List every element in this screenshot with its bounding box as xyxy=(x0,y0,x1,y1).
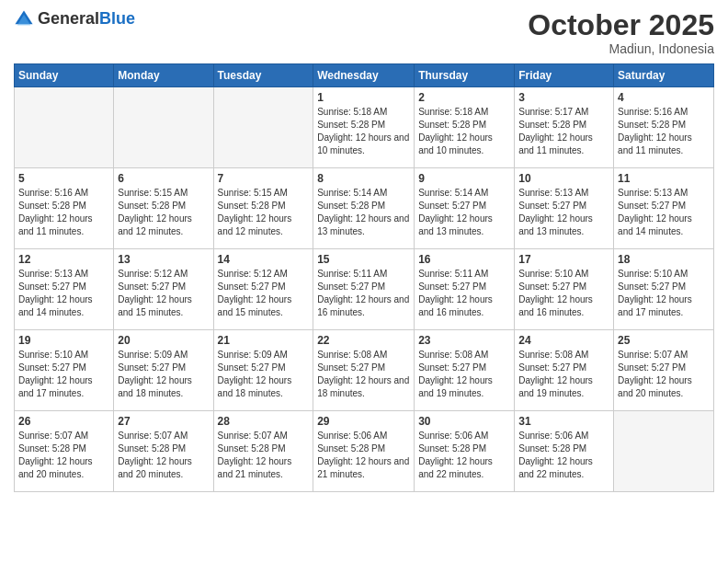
day-info: Sunrise: 5:11 AM Sunset: 5:27 PM Dayligh… xyxy=(317,268,410,319)
calendar-cell: 29Sunrise: 5:06 AM Sunset: 5:28 PM Dayli… xyxy=(313,411,415,492)
calendar-cell: 21Sunrise: 5:09 AM Sunset: 5:27 PM Dayli… xyxy=(213,330,313,411)
day-number: 13 xyxy=(118,253,209,266)
weekday-friday: Friday xyxy=(515,64,614,87)
calendar-cell: 10Sunrise: 5:13 AM Sunset: 5:27 PM Dayli… xyxy=(515,168,614,249)
weekday-sunday: Sunday xyxy=(15,64,114,87)
calendar-cell: 3Sunrise: 5:17 AM Sunset: 5:28 PM Daylig… xyxy=(515,87,614,168)
calendar-cell: 19Sunrise: 5:10 AM Sunset: 5:27 PM Dayli… xyxy=(15,330,114,411)
day-info: Sunrise: 5:09 AM Sunset: 5:27 PM Dayligh… xyxy=(118,349,209,400)
calendar-cell: 31Sunrise: 5:06 AM Sunset: 5:28 PM Dayli… xyxy=(515,411,614,492)
day-number: 4 xyxy=(618,91,710,104)
day-info: Sunrise: 5:06 AM Sunset: 5:28 PM Dayligh… xyxy=(317,430,410,481)
day-number: 15 xyxy=(317,253,410,266)
calendar-cell: 27Sunrise: 5:07 AM Sunset: 5:28 PM Dayli… xyxy=(114,411,213,492)
calendar-cell: 12Sunrise: 5:13 AM Sunset: 5:27 PM Dayli… xyxy=(15,249,114,330)
logo: GeneralBlue xyxy=(14,9,135,29)
day-info: Sunrise: 5:07 AM Sunset: 5:27 PM Dayligh… xyxy=(618,349,710,400)
day-info: Sunrise: 5:18 AM Sunset: 5:28 PM Dayligh… xyxy=(418,106,510,157)
week-row-4: 19Sunrise: 5:10 AM Sunset: 5:27 PM Dayli… xyxy=(15,330,714,411)
calendar-cell: 6Sunrise: 5:15 AM Sunset: 5:28 PM Daylig… xyxy=(114,168,213,249)
title-block: October 2025 Madiun, Indonesia xyxy=(528,9,714,56)
calendar-cell: 2Sunrise: 5:18 AM Sunset: 5:28 PM Daylig… xyxy=(415,87,515,168)
day-number: 18 xyxy=(618,253,710,266)
calendar-cell: 15Sunrise: 5:11 AM Sunset: 5:27 PM Dayli… xyxy=(313,249,415,330)
calendar-cell: 1Sunrise: 5:18 AM Sunset: 5:28 PM Daylig… xyxy=(313,87,415,168)
week-row-5: 26Sunrise: 5:07 AM Sunset: 5:28 PM Dayli… xyxy=(15,411,714,492)
day-info: Sunrise: 5:07 AM Sunset: 5:28 PM Dayligh… xyxy=(18,430,109,481)
day-number: 29 xyxy=(317,415,410,428)
calendar-cell: 18Sunrise: 5:10 AM Sunset: 5:27 PM Dayli… xyxy=(614,249,714,330)
day-info: Sunrise: 5:12 AM Sunset: 5:27 PM Dayligh… xyxy=(118,268,209,319)
day-info: Sunrise: 5:07 AM Sunset: 5:28 PM Dayligh… xyxy=(218,430,310,481)
day-number: 9 xyxy=(418,172,510,185)
calendar-cell: 8Sunrise: 5:14 AM Sunset: 5:28 PM Daylig… xyxy=(313,168,415,249)
week-row-3: 12Sunrise: 5:13 AM Sunset: 5:27 PM Dayli… xyxy=(15,249,714,330)
calendar-cell: 22Sunrise: 5:08 AM Sunset: 5:27 PM Dayli… xyxy=(313,330,415,411)
day-info: Sunrise: 5:13 AM Sunset: 5:27 PM Dayligh… xyxy=(18,268,109,319)
day-number: 23 xyxy=(418,334,510,347)
day-number: 11 xyxy=(618,172,710,185)
day-info: Sunrise: 5:09 AM Sunset: 5:27 PM Dayligh… xyxy=(218,349,310,400)
calendar-cell: 24Sunrise: 5:08 AM Sunset: 5:27 PM Dayli… xyxy=(515,330,614,411)
calendar-cell: 11Sunrise: 5:13 AM Sunset: 5:27 PM Dayli… xyxy=(614,168,714,249)
day-number: 12 xyxy=(18,253,109,266)
day-number: 20 xyxy=(118,334,209,347)
day-number: 16 xyxy=(418,253,510,266)
day-info: Sunrise: 5:12 AM Sunset: 5:27 PM Dayligh… xyxy=(218,268,310,319)
day-info: Sunrise: 5:08 AM Sunset: 5:27 PM Dayligh… xyxy=(518,349,609,400)
calendar-cell: 16Sunrise: 5:11 AM Sunset: 5:27 PM Dayli… xyxy=(415,249,515,330)
day-info: Sunrise: 5:11 AM Sunset: 5:27 PM Dayligh… xyxy=(418,268,510,319)
day-info: Sunrise: 5:16 AM Sunset: 5:28 PM Dayligh… xyxy=(18,187,109,238)
day-info: Sunrise: 5:08 AM Sunset: 5:27 PM Dayligh… xyxy=(418,349,510,400)
day-info: Sunrise: 5:15 AM Sunset: 5:28 PM Dayligh… xyxy=(218,187,310,238)
day-number: 6 xyxy=(118,172,209,185)
day-info: Sunrise: 5:17 AM Sunset: 5:28 PM Dayligh… xyxy=(518,106,609,157)
day-number: 14 xyxy=(218,253,310,266)
calendar-cell: 23Sunrise: 5:08 AM Sunset: 5:27 PM Dayli… xyxy=(415,330,515,411)
calendar-cell: 25Sunrise: 5:07 AM Sunset: 5:27 PM Dayli… xyxy=(614,330,714,411)
day-number: 19 xyxy=(18,334,109,347)
day-number: 24 xyxy=(518,334,609,347)
day-info: Sunrise: 5:13 AM Sunset: 5:27 PM Dayligh… xyxy=(618,187,710,238)
calendar-cell xyxy=(614,411,714,492)
day-info: Sunrise: 5:07 AM Sunset: 5:28 PM Dayligh… xyxy=(118,430,209,481)
day-info: Sunrise: 5:10 AM Sunset: 5:27 PM Dayligh… xyxy=(18,349,109,400)
day-number: 1 xyxy=(317,91,410,104)
logo-blue-text: Blue xyxy=(99,10,135,29)
day-number: 10 xyxy=(518,172,609,185)
calendar-cell: 13Sunrise: 5:12 AM Sunset: 5:27 PM Dayli… xyxy=(114,249,213,330)
month-title: October 2025 xyxy=(528,9,714,41)
calendar-cell: 7Sunrise: 5:15 AM Sunset: 5:28 PM Daylig… xyxy=(213,168,313,249)
weekday-saturday: Saturday xyxy=(614,64,714,87)
day-number: 2 xyxy=(418,91,510,104)
calendar-cell xyxy=(15,87,114,168)
day-number: 17 xyxy=(518,253,609,266)
calendar-cell: 20Sunrise: 5:09 AM Sunset: 5:27 PM Dayli… xyxy=(114,330,213,411)
weekday-wednesday: Wednesday xyxy=(313,64,415,87)
weekday-thursday: Thursday xyxy=(415,64,515,87)
logo-icon xyxy=(14,9,34,29)
week-row-1: 1Sunrise: 5:18 AM Sunset: 5:28 PM Daylig… xyxy=(15,87,714,168)
calendar-cell: 30Sunrise: 5:06 AM Sunset: 5:28 PM Dayli… xyxy=(415,411,515,492)
calendar-cell: 14Sunrise: 5:12 AM Sunset: 5:27 PM Dayli… xyxy=(213,249,313,330)
day-number: 3 xyxy=(518,91,609,104)
day-number: 31 xyxy=(518,415,609,428)
day-number: 26 xyxy=(18,415,109,428)
calendar-cell: 5Sunrise: 5:16 AM Sunset: 5:28 PM Daylig… xyxy=(15,168,114,249)
calendar-cell: 17Sunrise: 5:10 AM Sunset: 5:27 PM Dayli… xyxy=(515,249,614,330)
day-number: 21 xyxy=(218,334,310,347)
day-info: Sunrise: 5:14 AM Sunset: 5:27 PM Dayligh… xyxy=(418,187,510,238)
day-number: 5 xyxy=(18,172,109,185)
day-info: Sunrise: 5:18 AM Sunset: 5:28 PM Dayligh… xyxy=(317,106,410,157)
day-info: Sunrise: 5:14 AM Sunset: 5:28 PM Dayligh… xyxy=(317,187,410,238)
page: GeneralBlue October 2025 Madiun, Indones… xyxy=(0,0,728,563)
calendar-cell: 28Sunrise: 5:07 AM Sunset: 5:28 PM Dayli… xyxy=(213,411,313,492)
header: GeneralBlue October 2025 Madiun, Indones… xyxy=(14,9,714,56)
calendar-cell: 26Sunrise: 5:07 AM Sunset: 5:28 PM Dayli… xyxy=(15,411,114,492)
day-info: Sunrise: 5:08 AM Sunset: 5:27 PM Dayligh… xyxy=(317,349,410,400)
calendar-cell: 4Sunrise: 5:16 AM Sunset: 5:28 PM Daylig… xyxy=(614,87,714,168)
calendar-cell xyxy=(213,87,313,168)
day-info: Sunrise: 5:16 AM Sunset: 5:28 PM Dayligh… xyxy=(618,106,710,157)
location-subtitle: Madiun, Indonesia xyxy=(528,41,714,56)
day-number: 7 xyxy=(218,172,310,185)
